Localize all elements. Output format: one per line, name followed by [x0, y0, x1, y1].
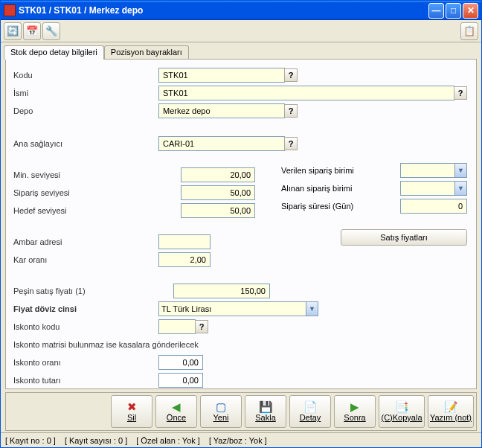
tab-detay[interactable]: Stok depo detay bilgileri — [4, 45, 104, 60]
toolbar: 🔄 📅 🔧 📋 — [1, 20, 481, 42]
label-ana-saglayici: Ana sağlayıcı — [13, 139, 158, 148]
window-title: STK01 / STK01 / Merkez depo — [19, 5, 428, 16]
forward-icon: ▶ — [350, 401, 359, 412]
close-button[interactable]: ✕ — [463, 3, 478, 19]
app-window: STK01 / STK01 / Merkez depo — □ ✕ 🔄 📅 🔧 … — [0, 0, 482, 448]
label-iskonto-orani: Iskonto oranı — [13, 358, 158, 367]
field-depo[interactable] — [158, 103, 285, 118]
lookup-iskonto-kodu[interactable]: ? — [195, 320, 208, 333]
lookup-ismi[interactable]: ? — [454, 86, 467, 100]
label-kar-orani: Kar oranı — [13, 255, 158, 264]
note-icon: 📝 — [444, 401, 458, 412]
toolbar-copy-icon[interactable]: 📋 — [460, 22, 478, 40]
chevron-down-icon[interactable]: ▼ — [306, 302, 318, 316]
field-kodu[interactable] — [158, 68, 285, 83]
label-alinan-siparis: Alınan sipariş birimi — [281, 184, 400, 193]
label-min-seviyesi: Min. seviyesi — [13, 170, 158, 179]
field-iskonto-orani[interactable] — [158, 355, 203, 370]
yazim-button[interactable]: 📝Yazım (not) — [428, 395, 474, 428]
field-iskonto-kodu[interactable] — [158, 319, 196, 334]
titlebar: STK01 / STK01 / Merkez depo — □ ✕ — [1, 1, 481, 20]
label-ambar-adresi: Ambar adresi — [13, 237, 158, 246]
label-hedef-seviyesi: Hedef seviyesi — [13, 206, 158, 215]
label-fiyat-doviz: Fiyat döviz cinsi — [13, 304, 158, 313]
label-pesin-satis: Peşin satış fiyatı (1) — [13, 287, 158, 295]
save-icon: 💾 — [259, 401, 273, 412]
once-button[interactable]: ◀Önce — [155, 395, 197, 428]
label-siparis-suresi: Sipariş süresi (Gün) — [281, 202, 400, 211]
main-panel: Kodu ? İsmi ? Depo ? Ana sağlayıcı ? Min… — [5, 59, 477, 389]
lookup-depo[interactable]: ? — [284, 104, 298, 118]
field-iskonto-tutari[interactable] — [158, 373, 203, 388]
combo-alinan-siparis[interactable]: ▼ — [400, 181, 467, 196]
delete-icon: ✖ — [127, 401, 137, 412]
detay-button[interactable]: 📄Detay — [289, 395, 331, 428]
label-ismi: İsmi — [13, 89, 158, 97]
label-iskonto-kodu: Iskonto kodu — [13, 322, 158, 331]
sonra-button[interactable]: ▶Sonra — [334, 395, 376, 428]
label-siparis-seviyesi: Sipariş seviyesi — [13, 188, 158, 197]
field-ambar-adresi[interactable] — [158, 234, 211, 249]
field-hedef-seviyesi[interactable] — [181, 203, 255, 218]
label-kodu: Kodu — [13, 71, 158, 80]
label-verilen-siparis: Verilen sipariş birimi — [281, 166, 400, 175]
combo-fiyat-doviz[interactable]: TL Türk Lirası ▼ — [158, 301, 318, 316]
lookup-kodu[interactable]: ? — [284, 68, 298, 82]
field-kar-orani[interactable] — [158, 252, 211, 267]
toolbar-list-icon[interactable]: 📅 — [23, 22, 41, 40]
label-depo: Depo — [13, 106, 158, 115]
toolbar-refresh-icon[interactable]: 🔄 — [4, 22, 22, 40]
status-kayit-sayisi: [ Kayıt sayısı : 0 ] — [65, 436, 127, 445]
field-pesin-satis[interactable] — [173, 284, 270, 298]
field-siparis-seviyesi[interactable] — [181, 185, 255, 200]
minimize-button[interactable]: — — [428, 3, 444, 19]
status-kayit-no: [ Kayıt no : 0 ] — [5, 436, 56, 445]
tab-pozisyon[interactable]: Pozisyon bayrakları — [104, 45, 189, 60]
status-yazboz: [ Yaz/boz : Yok ] — [209, 436, 267, 445]
chevron-down-icon[interactable]: ▼ — [454, 182, 466, 195]
back-icon: ◀ — [172, 401, 181, 412]
status-bar: [ Kayıt no : 0 ] [ Kayıt sayısı : 0 ] [ … — [1, 432, 481, 447]
field-min-seviyesi[interactable] — [181, 167, 255, 182]
lookup-ana-saglayici[interactable]: ? — [284, 137, 298, 150]
detail-icon: 📄 — [303, 401, 318, 412]
chevron-down-icon[interactable]: ▼ — [454, 164, 466, 177]
tabstrip: Stok depo detay bilgileri Pozisyon bayra… — [1, 42, 481, 59]
yeni-button[interactable]: ▢Yeni — [200, 395, 242, 428]
label-iskonto-matrisi: Iskonto matrisi bulunmaz ise kasalara gö… — [13, 340, 199, 349]
status-ozel-alan: [ Özel alan : Yok ] — [136, 436, 200, 445]
app-icon — [4, 4, 16, 16]
new-icon: ▢ — [216, 401, 226, 412]
field-ismi[interactable] — [158, 86, 454, 100]
action-bar: ✖Sil ◀Önce ▢Yeni 💾Sakla 📄Detay ▶Sonra 📑(… — [5, 392, 477, 431]
right-column: Verilen sipariş birimi ▼ Alınan sipariş … — [281, 162, 471, 216]
sakla-button[interactable]: 💾Sakla — [245, 395, 286, 428]
copy-icon: 📑 — [395, 401, 409, 412]
kopyala-button[interactable]: 📑(C)Kopyala — [379, 395, 425, 428]
toolbar-color-icon[interactable]: 🔧 — [42, 22, 60, 40]
sil-button[interactable]: ✖Sil — [111, 395, 152, 428]
satis-fiyatlari-button[interactable]: Satış fiyatları — [341, 229, 467, 246]
maximize-button[interactable]: □ — [446, 3, 461, 19]
label-iskonto-tutari: Iskonto tutarı — [13, 376, 158, 385]
combo-verilen-siparis[interactable]: ▼ — [400, 163, 467, 178]
field-ana-saglayici[interactable] — [158, 136, 285, 151]
field-siparis-suresi[interactable] — [400, 199, 467, 214]
